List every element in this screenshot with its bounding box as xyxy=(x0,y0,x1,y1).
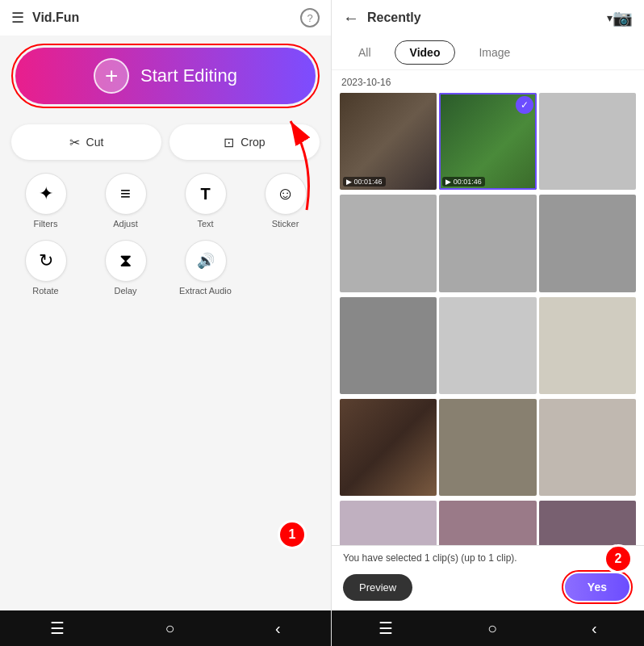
tab-all[interactable]: All xyxy=(343,40,387,65)
right-header: ← Recently ▾ 📷 xyxy=(332,0,644,36)
photo-thumb-7[interactable] xyxy=(340,297,437,394)
rotate-tool[interactable]: ↻ Rotate xyxy=(11,240,80,296)
crop-button[interactable]: ⊡ Crop xyxy=(169,124,320,160)
date-label: 2023-10-16 xyxy=(340,77,636,88)
right-panel: ← Recently ▾ 📷 All Video Image 2023-10-1… xyxy=(331,0,644,646)
duration-badge-1: ▶ 00:01:46 xyxy=(343,177,386,187)
duration-badge-2: ▶ 00:01:46 xyxy=(442,177,485,187)
cut-label: Cut xyxy=(86,136,104,149)
crop-icon: ⊡ xyxy=(224,135,234,150)
extract-audio-tool[interactable]: 🔊 Extract Audio xyxy=(171,240,240,296)
hamburger-icon[interactable]: ☰ xyxy=(11,9,24,27)
preview-button[interactable]: Preview xyxy=(343,574,412,601)
extract-audio-label: Extract Audio xyxy=(179,286,232,296)
photo-thumb-5[interactable] xyxy=(439,195,536,292)
crop-label: Crop xyxy=(240,136,265,149)
video-thumb-1[interactable]: ▶ 00:01:46 xyxy=(340,93,437,190)
camera-icon[interactable]: 📷 xyxy=(613,8,633,27)
photo-thumb-6[interactable] xyxy=(539,195,636,292)
rotate-icon: ↻ xyxy=(25,240,67,282)
filters-tool[interactable]: ✦ Filters xyxy=(11,173,80,229)
left-header: ☰ Vid.Fun ? xyxy=(0,0,331,36)
sticker-tool[interactable]: ☺ Sticker xyxy=(251,173,320,229)
text-icon: T xyxy=(185,173,227,215)
plus-circle: + xyxy=(94,58,129,94)
tab-video[interactable]: Video xyxy=(395,40,456,65)
photo-thumb-3[interactable] xyxy=(539,93,636,190)
nav-home-icon[interactable]: ○ xyxy=(165,619,175,638)
text-label: Text xyxy=(197,219,213,229)
photo-thumb-9[interactable] xyxy=(539,297,636,394)
quick-tools-row: ✂ Cut ⊡ Crop xyxy=(11,124,320,160)
nav-menu-icon[interactable]: ☰ xyxy=(50,619,65,638)
yes-button[interactable]: Yes xyxy=(565,573,629,601)
filters-label: Filters xyxy=(34,219,58,229)
text-tool[interactable]: T Text xyxy=(171,173,240,229)
start-editing-button[interactable]: + Start Editing xyxy=(15,48,316,104)
step-2-badge: 2 xyxy=(604,544,633,573)
left-nav-bar: ☰ ○ ‹ xyxy=(0,610,331,646)
recently-label: Recently xyxy=(367,10,604,25)
delay-icon: ⧗ xyxy=(105,240,147,282)
video-grid-row2 xyxy=(340,195,636,292)
selected-info-text: You have selected 1 clip(s) (up to 1 cli… xyxy=(343,552,633,564)
sticker-label: Sticker xyxy=(272,219,299,229)
photo-thumb-4[interactable] xyxy=(340,195,437,292)
empty-tool xyxy=(251,240,320,296)
right-nav-bar: ☰ ○ ‹ xyxy=(332,610,644,646)
step-1-badge: 1 xyxy=(278,520,307,549)
right-nav-menu-icon[interactable]: ☰ xyxy=(378,619,393,638)
sticker-icon: ☺ xyxy=(265,173,307,215)
delay-tool[interactable]: ⧗ Delay xyxy=(91,240,160,296)
photo-thumb-13[interactable] xyxy=(340,501,437,545)
yes-button-container: Yes xyxy=(562,570,633,604)
adjust-tool[interactable]: ≡ Adjust xyxy=(91,173,160,229)
rotate-label: Rotate xyxy=(32,286,58,296)
right-nav-back-icon[interactable]: ‹ xyxy=(592,619,597,638)
gallery-area[interactable]: 2023-10-16 ▶ 00:01:46 ✓ ▶ 00:01:46 xyxy=(332,70,644,545)
photo-thumb-10[interactable] xyxy=(340,399,437,496)
adjust-label: Adjust xyxy=(113,219,138,229)
photo-thumb-12[interactable] xyxy=(539,399,636,496)
photo-thumb-8[interactable] xyxy=(439,297,536,394)
tab-row: All Video Image xyxy=(332,36,644,70)
photo-thumb-14[interactable] xyxy=(439,501,536,545)
photo-thumb-11[interactable] xyxy=(439,399,536,496)
bottom-bar: You have selected 1 clip(s) (up to 1 cli… xyxy=(332,545,644,610)
left-panel: ☰ Vid.Fun ? + Start Editing ✂ Cut ⊡ Crop… xyxy=(0,0,331,646)
tab-image[interactable]: Image xyxy=(463,40,525,65)
video-grid-row5 xyxy=(340,501,636,545)
right-nav-home-icon[interactable]: ○ xyxy=(487,619,497,638)
adjust-icon: ≡ xyxy=(105,173,147,215)
cut-button[interactable]: ✂ Cut xyxy=(11,124,161,160)
back-button[interactable]: ← xyxy=(343,9,359,27)
nav-back-icon[interactable]: ‹ xyxy=(275,619,281,638)
app-title: Vid.Fun xyxy=(32,10,300,25)
photo-thumb-15[interactable] xyxy=(539,501,636,545)
bottom-actions: Preview Yes xyxy=(343,570,633,604)
selected-check: ✓ xyxy=(516,96,533,114)
help-icon[interactable]: ? xyxy=(300,8,320,27)
dropdown-icon[interactable]: ▾ xyxy=(607,11,613,24)
extract-audio-icon: 🔊 xyxy=(185,240,227,282)
tools-grid: ✦ Filters ≡ Adjust T Text ☺ Sticker ↻ Ro… xyxy=(11,173,320,296)
filters-icon: ✦ xyxy=(25,173,67,215)
video-grid-row3 xyxy=(340,297,636,394)
scissors-icon: ✂ xyxy=(69,135,80,150)
start-editing-text: Start Editing xyxy=(140,65,237,86)
start-editing-container: + Start Editing xyxy=(11,44,320,108)
video-grid-row1: ▶ 00:01:46 ✓ ▶ 00:01:46 xyxy=(340,93,636,190)
video-grid-row4 xyxy=(340,399,636,496)
delay-label: Delay xyxy=(114,286,136,296)
video-thumb-2[interactable]: ✓ ▶ 00:01:46 xyxy=(439,93,536,190)
